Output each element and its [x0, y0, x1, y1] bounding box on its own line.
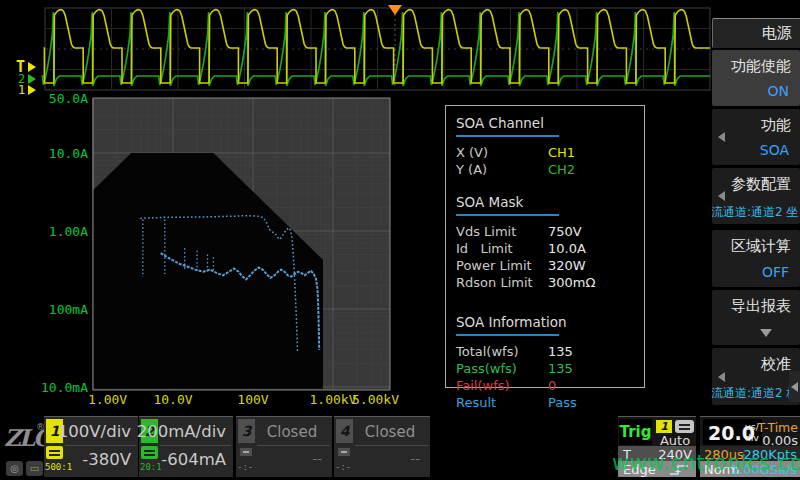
menu-value: OFF	[762, 264, 789, 280]
ch4-value: --	[411, 451, 420, 466]
ch3-value: --	[313, 451, 322, 466]
ch4-probe-ratio: -:-	[335, 462, 351, 472]
info-row: Y (A)CH2	[456, 161, 634, 178]
chevron-down-icon	[760, 329, 772, 337]
sidebar-item-power[interactable]: 电源	[712, 18, 800, 48]
ch4-state: Closed	[356, 423, 424, 441]
menu-value: ON	[768, 83, 790, 99]
trigger-source-badge: 1	[656, 420, 672, 433]
menu-subtext: 电流通道:通道2 校	[712, 385, 800, 402]
section-title: SOA Information	[456, 314, 634, 330]
trigger-position-marker[interactable]	[388, 5, 402, 15]
watermark: www.cntronics.com	[612, 451, 800, 475]
section-underline	[456, 135, 559, 137]
ch1-coupling-icon	[46, 446, 63, 459]
sidebar-item-calibration[interactable]: 校准 电流通道:通道2 校	[712, 348, 800, 405]
channel1-block[interactable]: 1 500:1 100V/div -380V	[44, 416, 138, 477]
svg-text:100V: 100V	[237, 392, 268, 407]
menu-label: 区域计算	[731, 237, 791, 256]
divider	[355, 445, 428, 446]
section-title: SOA Channel	[456, 115, 634, 131]
ch1-probe-ratio: 500:1	[45, 462, 72, 472]
menu-label: 功能	[761, 116, 791, 135]
svg-text:10.0V: 10.0V	[153, 392, 192, 407]
channel2-block[interactable]: 2 20:1 200mA/div -604mA	[139, 416, 233, 477]
divider	[257, 445, 330, 446]
menu-subtext: 电流通道:通道2 坐	[712, 204, 800, 221]
back-arrow-icon	[791, 382, 798, 392]
zlg-logo: ZLG® ◎ ▭	[4, 424, 44, 478]
ch1-marker-label: 1	[18, 83, 25, 97]
sidebar-item-parameter-config[interactable]: 参数配置 电流通道:通道2 坐	[712, 168, 800, 224]
ch3-coupling-icon	[240, 448, 252, 456]
right-arrow-icon	[28, 62, 36, 72]
ch1-offset: -380V	[82, 450, 131, 469]
info-row: Vds Limit750V	[456, 223, 634, 240]
oscilloscope-screen: 50.0A10.0A1.00A100mA10.0mA1.00V10.0V100V…	[0, 0, 800, 480]
timebase-tile: 20.0 us/ div	[703, 419, 762, 445]
soa-information-section: SOA Information Total(wfs)135Pass(wfs)13…	[456, 314, 634, 411]
menu-label: 参数配置	[731, 175, 791, 194]
info-row: Fail(wfs)0	[456, 377, 634, 394]
ch2-coupling-icon	[141, 446, 158, 459]
ch1-scale: 100V/div	[58, 422, 131, 441]
sidebar-item-function[interactable]: 功能 SOA	[712, 109, 800, 165]
sidebar-item-function-enable[interactable]: 功能使能 ON	[712, 50, 800, 106]
back-arrow-icon	[718, 191, 725, 201]
ch2-scale: 200mA/div	[137, 422, 226, 441]
svg-text:5.00kV: 5.00kV	[352, 392, 399, 407]
trigger-label: Trig	[619, 419, 652, 445]
info-row: Total(wfs)135	[456, 343, 634, 360]
svg-text:50.0A: 50.0A	[49, 91, 88, 106]
right-arrow-icon	[28, 85, 36, 95]
section-underline	[456, 214, 559, 216]
info-row: Power Limit320W	[456, 257, 634, 274]
ch4-number-badge: 4	[336, 419, 353, 443]
ch3-state: Closed	[258, 423, 326, 441]
svg-text:10.0mA: 10.0mA	[41, 380, 88, 395]
sidebar-scroll-button[interactable]	[789, 371, 800, 402]
info-row: ResultPass	[456, 394, 634, 411]
back-arrow-icon	[718, 132, 725, 142]
svg-text:10.0A: 10.0A	[49, 146, 88, 161]
scope-display-graphics: 50.0A10.0A1.00A100mA10.0mA1.00V10.0V100V…	[0, 0, 800, 480]
trigger-coupling-icon	[675, 420, 694, 433]
menu-value: SOA	[760, 142, 789, 158]
ch2-offset: -604mA	[161, 450, 226, 469]
svg-text:100mA: 100mA	[49, 302, 88, 317]
touch-mode-icon[interactable]: ◎	[6, 461, 23, 476]
svg-text:1.00A: 1.00A	[49, 224, 88, 239]
ch1-position-marker[interactable]: 1	[18, 83, 36, 97]
sidebar-item-export-report[interactable]: 导出报表	[712, 290, 800, 345]
channel3-block[interactable]: 3 -:- Closed --	[236, 416, 332, 477]
ch3-probe-ratio: -:-	[237, 462, 253, 472]
menu-label: 校准	[761, 355, 791, 374]
section-title: SOA Mask	[456, 194, 634, 210]
section-underline	[456, 334, 559, 336]
ch4-coupling-icon	[338, 448, 350, 456]
divider	[160, 445, 231, 446]
soa-info-panel: SOA Channel X (V)CH1Y (A)CH2 SOA Mask Vd…	[445, 105, 645, 388]
menu-label: 导出报表	[731, 297, 791, 316]
ch3-number-badge: 3	[238, 419, 255, 443]
gesture-mode-icon[interactable]: ▭	[26, 461, 43, 476]
sidebar-item-area-calc[interactable]: 区域计算 OFF	[712, 230, 800, 287]
ch2-probe-ratio: 20:1	[140, 462, 162, 472]
info-row: Rdson Limit300mΩ	[456, 274, 634, 291]
soa-channel-section: SOA Channel X (V)CH1Y (A)CH2	[456, 115, 634, 178]
svg-text:1.00V: 1.00V	[88, 392, 127, 407]
back-arrow-icon	[718, 372, 725, 382]
soa-mask-section: SOA Mask Vds Limit750VId Limit10.0APower…	[456, 194, 634, 291]
svg-text:1.00kV: 1.00kV	[310, 392, 357, 407]
divider	[65, 445, 136, 446]
channel4-block[interactable]: 4 -:- Closed --	[334, 416, 430, 477]
info-row: X (V)CH1	[456, 144, 634, 161]
info-row: Pass(wfs)135	[456, 360, 634, 377]
menu-label: 电源	[762, 24, 792, 43]
menu-label: 功能使能	[731, 57, 791, 76]
info-row: Id Limit10.0A	[456, 240, 634, 257]
